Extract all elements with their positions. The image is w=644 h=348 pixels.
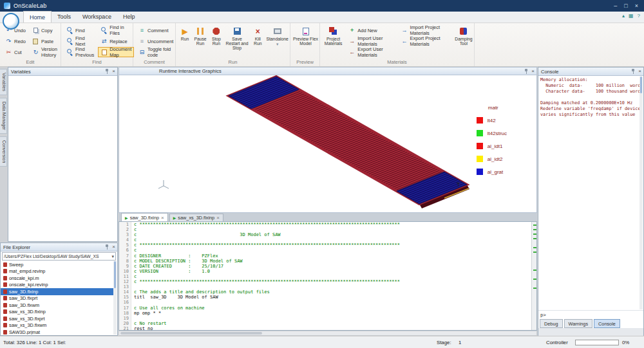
side-tab[interactable]: Variables <box>0 69 7 95</box>
cut-button[interactable]: ✂ Cut <box>3 47 28 57</box>
collapse-ribbon-icon[interactable]: ▴ <box>622 13 625 19</box>
fold-code-icon: ⊟ <box>138 49 146 56</box>
ribbon: ↶ Undo ↷ Redo ✂ Cut Copy Paste <box>0 23 644 67</box>
file-row[interactable]: SAW3D.prjmat <box>1 329 113 334</box>
stage-label: Stage: <box>437 340 451 345</box>
version-history-button[interactable]: ↻ Version History <box>30 47 60 57</box>
editor-horizontal-scrollbar[interactable] <box>118 331 537 336</box>
stage-value: 1 <box>459 340 461 345</box>
find-button[interactable]: Find <box>64 25 97 35</box>
toggle-fold-code-button[interactable]: ⊟ Toggle fold code <box>136 47 176 57</box>
close-panel-icon[interactable]: × <box>531 69 535 74</box>
minimize-button[interactable]: – <box>614 3 617 9</box>
console-output: Memory allocation: Numeric data- 100 mil… <box>538 76 639 310</box>
code-text: c **************************************… <box>131 243 400 248</box>
code-line: 18 mp omp * * <box>119 311 531 316</box>
pin-icon[interactable] <box>524 69 529 74</box>
file-row[interactable]: saw_xs_3D.flxinp <box>1 309 113 316</box>
legend-swatch <box>477 143 483 149</box>
file-row[interactable]: saw_xs_3D.flxwm <box>1 322 113 329</box>
file-icon <box>3 309 7 314</box>
file-list-scrollbar[interactable] <box>113 261 117 334</box>
console-tab[interactable]: Console <box>594 319 620 328</box>
legend-item: lt42 <box>477 117 507 124</box>
import-user-materials-button[interactable]: → Import User Materials <box>346 36 396 46</box>
console-tab[interactable]: Warnings <box>564 319 593 328</box>
project-materials-button[interactable]: Project Materials <box>323 25 344 46</box>
find-next-button[interactable]: Find Next <box>64 36 97 46</box>
console-prompt-input[interactable]: p> <box>538 310 643 318</box>
help-icon[interactable]: ? <box>638 13 640 19</box>
stop-run-button[interactable]: Stop Run <box>209 25 223 46</box>
saw-3d-model[interactable]: T <box>119 75 537 213</box>
pin-icon[interactable] <box>105 244 109 250</box>
code-editor[interactable]: 1 c ************************************… <box>118 221 537 331</box>
pin-icon[interactable] <box>105 69 109 74</box>
file-row[interactable]: saw_3D.flxwm <box>1 302 113 309</box>
editor-scrollbar[interactable] <box>531 222 536 330</box>
code-area[interactable]: 1 c ************************************… <box>119 222 531 330</box>
editor-tab[interactable]: ▶ saw_3D.flxinp × <box>121 213 168 221</box>
app-menu-button[interactable] <box>3 13 19 30</box>
redo-button[interactable]: ↷ Redo <box>3 36 28 46</box>
path-dropdown[interactable]: /Users/PZFlex Ltd/Desktop/SAW Study/SAW_… <box>2 252 116 261</box>
import-project-materials-button[interactable]: → Import Project Materials <box>398 25 452 35</box>
close-button[interactable]: × <box>635 3 638 9</box>
tab-workspace[interactable]: Workspace <box>77 11 117 23</box>
tab-home[interactable]: Home <box>23 11 52 23</box>
standalone-dropdown-icon[interactable]: ▾ <box>276 42 278 46</box>
pin-icon[interactable] <box>631 69 636 74</box>
replace-button[interactable]: ⇄ Replace <box>98 36 134 46</box>
file-row[interactable]: saw_3D.flxinp <box>1 288 113 295</box>
variables-panel-body[interactable] <box>8 76 117 241</box>
tab-tools[interactable]: Tools <box>52 11 77 23</box>
export-project-materials-button[interactable]: ← Export Project Materials <box>398 36 452 46</box>
damping-tool-button[interactable]: Damping Tool <box>455 25 473 46</box>
uncomment-button[interactable]: ≡ Uncomment <box>136 36 176 46</box>
document-map-button[interactable]: Document Map <box>98 47 134 57</box>
side-tab[interactable]: Data Manager <box>0 98 7 134</box>
console-scrollbar[interactable] <box>639 77 643 309</box>
standalone-button[interactable]: Standalone ▾ <box>266 25 289 46</box>
file-row[interactable]: saw_3D.flxprt <box>1 295 113 302</box>
layout-options-icon[interactable]: ▦ <box>629 13 634 19</box>
file-icon <box>3 303 7 307</box>
editor-tab-label: saw_xs_3D.flxinp <box>178 215 214 221</box>
file-row[interactable]: mat_empd.revinp <box>1 268 113 275</box>
tab-help[interactable]: Help <box>117 11 141 23</box>
copy-button[interactable]: Copy <box>30 25 60 35</box>
pause-run-button[interactable]: Pause Run <box>193 25 208 46</box>
console-tab[interactable]: Debug <box>540 319 563 328</box>
tab-close-icon[interactable]: × <box>161 215 164 221</box>
close-panel-icon[interactable]: × <box>112 244 115 250</box>
line-number: 2 <box>119 227 131 232</box>
document-map-icon <box>100 49 108 56</box>
uncomment-icon: ≡ <box>138 38 146 45</box>
maximize-button[interactable]: □ <box>624 3 627 9</box>
file-row[interactable]: Sweep <box>1 261 113 268</box>
code-text: c <box>131 248 137 253</box>
run-button[interactable]: ▶ Run <box>178 25 191 41</box>
tab-close-icon[interactable]: × <box>216 215 220 221</box>
file-name: onscale_kpi.m <box>9 275 39 281</box>
file-row[interactable]: onscale_kpi.revinp <box>1 282 113 289</box>
editor-tab[interactable]: ▶ saw_xs_3D.flxinp × <box>169 214 223 221</box>
comment-button[interactable]: ≡ Comment <box>136 25 176 35</box>
save-restart-stop-button[interactable]: Save Restart and Stop <box>225 25 249 51</box>
add-new-material-button[interactable]: + Add New <box>346 25 396 35</box>
console-tab-label: Debug <box>544 321 558 327</box>
kill-run-button[interactable]: × Kill Run <box>251 25 265 46</box>
preview-flex-model-button[interactable]: Preview Flex Model <box>293 25 318 46</box>
file-row[interactable]: saw_xs_3D.flxprt <box>1 315 113 322</box>
find-in-files-button[interactable]: Find in Files <box>98 25 134 35</box>
paste-button[interactable]: Paste <box>30 36 60 46</box>
file-row[interactable]: onscale_kpi.m <box>1 275 113 282</box>
close-panel-icon[interactable]: × <box>112 69 115 74</box>
code-line: 2 c <box>119 227 531 232</box>
export-user-materials-button[interactable]: ← Export User Materials <box>346 47 396 57</box>
graphics-viewport[interactable]: T matr lt42 l <box>118 75 537 213</box>
find-previous-button[interactable]: Find Previous <box>64 47 97 57</box>
legend-swatch <box>477 117 483 124</box>
close-panel-icon[interactable]: × <box>638 69 641 74</box>
side-tab[interactable]: Conversion <box>0 136 7 167</box>
